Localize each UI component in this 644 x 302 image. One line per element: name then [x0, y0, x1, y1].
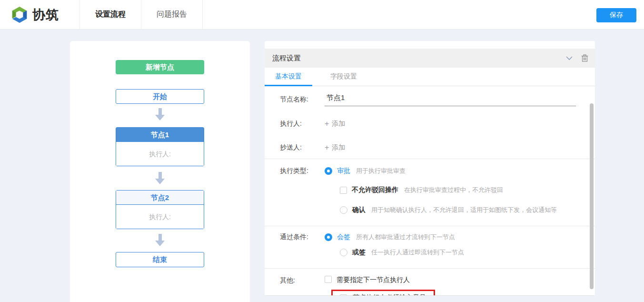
collapse-panel-button[interactable] [566, 56, 573, 60]
radio-all-sign-desc: 所有人都审批通过才流转到下一节点 [356, 233, 455, 242]
checkbox-must-comment-label: 节点执行人必须输入意见 [353, 293, 426, 296]
add-executor-label: 添加 [332, 120, 345, 128]
flow-end-node[interactable]: 结束 [116, 252, 204, 267]
radio-approve-desc: 用于执行审批审查 [356, 167, 406, 175]
radio-approve[interactable] [325, 167, 332, 175]
settings-title: 流程设置 [272, 54, 566, 63]
radio-confirm-label: 确认 [352, 206, 366, 214]
nav-tab-flow-settings[interactable]: 设置流程 [80, 0, 141, 29]
exec-type-label: 执行类型: [280, 167, 325, 175]
delete-node-button[interactable] [581, 54, 588, 62]
flow-node-2-executor: 执行人: [116, 205, 204, 229]
plus-icon: + [325, 143, 329, 152]
radio-all-sign[interactable] [325, 233, 332, 241]
node-name-input[interactable] [325, 93, 576, 106]
save-button[interactable]: 保存 [596, 8, 636, 22]
checkbox-no-reject-label: 不允许驳回操作 [352, 186, 398, 194]
workflow-panel: 新增节点 开始 节点1 执行人: 节点2 执行人: 结束 [70, 41, 250, 302]
flow-arrow-down-icon [155, 172, 165, 184]
flow-node-1-executor: 执行人: [116, 142, 204, 166]
app-logo: 协筑 [0, 0, 80, 29]
tab-field-settings[interactable]: 字段设置 [320, 68, 367, 86]
main-area: 新增节点 开始 节点1 执行人: 节点2 执行人: 结束 流程设置 [0, 30, 644, 302]
add-executor-button[interactable]: + 添加 [325, 120, 345, 128]
checkbox-assign-next[interactable] [325, 276, 332, 283]
flow-node-1[interactable]: 节点1 执行人: [116, 127, 204, 166]
settings-form: 节点名称: 执行人: + 添加 抄送人: + 添加 [265, 86, 595, 296]
executor-label: 执行人: [280, 120, 325, 128]
flow-arrow-down-icon [155, 234, 165, 246]
plus-icon: + [325, 120, 329, 128]
checkbox-no-reject[interactable] [340, 187, 347, 194]
pass-condition-label: 通过条件: [280, 233, 325, 242]
divider [265, 226, 595, 226]
add-cc-button[interactable]: + 添加 [325, 143, 345, 152]
radio-any-sign[interactable] [340, 249, 347, 256]
divider [265, 268, 595, 269]
scrollbar-thumb[interactable] [590, 103, 594, 289]
tab-basic-settings[interactable]: 基本设置 [265, 68, 312, 86]
node-name-label: 节点名称: [280, 95, 325, 104]
flow-arrow-down-icon [155, 108, 165, 121]
flow-start-node[interactable]: 开始 [116, 89, 204, 104]
chevron-down-icon [566, 56, 573, 60]
radio-any-sign-desc: 任一执行人通过即流转到下一节点 [371, 248, 464, 257]
other-label: 其他: [280, 276, 325, 285]
add-cc-label: 添加 [332, 143, 345, 152]
trash-icon [581, 54, 588, 62]
flow-node-1-title: 节点1 [116, 128, 204, 142]
radio-any-sign-label: 或签 [352, 248, 366, 257]
divider [265, 159, 595, 159]
logo-icon [10, 5, 29, 24]
flow-node-2-title: 节点2 [116, 191, 204, 205]
checkbox-assign-next-label: 需要指定下一节点执行人 [337, 276, 410, 284]
radio-confirm[interactable] [340, 206, 347, 214]
logo-text: 协筑 [32, 6, 59, 23]
radio-all-sign-label: 会签 [337, 233, 350, 242]
process-settings-card: 流程设置 [265, 41, 595, 296]
radio-approve-label: 审批 [337, 167, 350, 175]
radio-confirm-desc: 用于知晓确认执行人，不允许退回，适用于如图纸下发，会议通知等 [371, 206, 557, 214]
flow-node-2[interactable]: 节点2 执行人: [116, 190, 204, 229]
nav-tab-issue-report[interactable]: 问题报告 [141, 0, 203, 29]
top-bar: 协筑 设置流程 问题报告 保存 [0, 0, 644, 30]
checkbox-no-reject-desc: 在执行审批审查过程中，不允许驳回 [404, 186, 503, 194]
add-node-button[interactable]: 新增节点 [116, 60, 204, 74]
checkbox-must-comment[interactable] [340, 294, 347, 296]
settings-tabbar: 基本设置 字段设置 [265, 68, 595, 86]
cc-label: 抄送人: [280, 143, 325, 152]
annotation-highlight: 节点执行人必须输入意见 [331, 290, 435, 296]
settings-header: 流程设置 [265, 49, 595, 68]
